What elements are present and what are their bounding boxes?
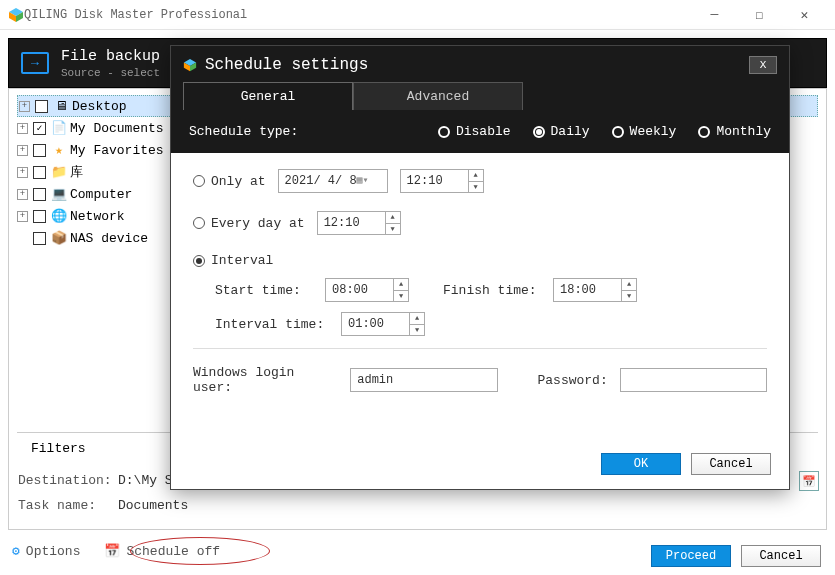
checkbox[interactable]: [33, 232, 46, 245]
cancel-button[interactable]: Cancel: [741, 545, 821, 567]
radio-monthly[interactable]: Monthly: [698, 124, 771, 139]
radio-weekly[interactable]: Weekly: [612, 124, 677, 139]
expand-icon[interactable]: +: [17, 189, 28, 200]
nas-icon: 📦: [51, 230, 67, 246]
radio-every-day[interactable]: Every day at: [193, 216, 305, 231]
close-button[interactable]: ✕: [782, 1, 827, 29]
tree-label: My Favorites: [70, 143, 164, 158]
expand-icon[interactable]: +: [17, 123, 28, 134]
gear-icon: ⚙: [12, 543, 20, 559]
checkbox[interactable]: [35, 100, 48, 113]
network-icon: 🌐: [51, 208, 67, 224]
spinner[interactable]: ▲▼: [385, 212, 400, 234]
modal-logo-icon: [183, 58, 197, 72]
page-title: File backup: [61, 48, 160, 65]
schedule-type-label: Schedule type:: [189, 124, 298, 139]
start-time-input[interactable]: 08:00 ▲▼: [325, 278, 409, 302]
expand-icon[interactable]: +: [17, 211, 28, 222]
tree-label: My Documents: [70, 121, 164, 136]
tab-general[interactable]: General: [183, 82, 353, 110]
checkbox[interactable]: [33, 144, 46, 157]
tree-label: NAS device: [70, 231, 148, 246]
finish-time-input[interactable]: 18:00 ▲▼: [553, 278, 637, 302]
modal-cancel-button[interactable]: Cancel: [691, 453, 771, 475]
proceed-button[interactable]: Proceed: [651, 545, 731, 567]
options-button[interactable]: ⚙ Options: [12, 543, 80, 559]
desktop-icon: 🖥: [53, 98, 69, 114]
app-logo-icon: [8, 7, 24, 23]
spinner[interactable]: ▲▼: [409, 313, 424, 335]
every-day-time-input[interactable]: 12:10 ▲▼: [317, 211, 401, 235]
finish-time-label: Finish time:: [443, 283, 543, 298]
expand-icon[interactable]: +: [17, 145, 28, 156]
titlebar: QILING Disk Master Professional — ☐ ✕: [0, 0, 835, 30]
tab-advanced[interactable]: Advanced: [353, 82, 523, 110]
star-icon: ★: [51, 142, 67, 158]
only-at-date-input[interactable]: 2021/ 4/ 8 ▦▾: [278, 169, 388, 193]
maximize-button[interactable]: ☐: [737, 1, 782, 29]
schedule-toggle[interactable]: 📅 Schedule off: [104, 543, 220, 559]
spinner[interactable]: ▲▼: [468, 170, 483, 192]
modal-ok-button[interactable]: OK: [601, 453, 681, 475]
interval-time-input[interactable]: 01:00 ▲▼: [341, 312, 425, 336]
only-at-time-input[interactable]: 12:10 ▲▼: [400, 169, 484, 193]
radio-daily[interactable]: Daily: [533, 124, 590, 139]
password-label: Password:: [538, 373, 608, 388]
radio-only-at[interactable]: Only at: [193, 174, 266, 189]
minimize-button[interactable]: —: [692, 1, 737, 29]
expand-icon[interactable]: +: [19, 101, 30, 112]
checkbox[interactable]: [33, 210, 46, 223]
tree-label: Computer: [70, 187, 132, 202]
tree-label: 库: [70, 163, 83, 181]
modal-title: Schedule settings: [205, 56, 749, 74]
computer-icon: 💻: [51, 186, 67, 202]
destination-label: Destination:: [18, 473, 118, 488]
checkbox[interactable]: [33, 122, 46, 135]
modal-close-button[interactable]: X: [749, 56, 777, 74]
page-subtitle: Source - select: [61, 67, 160, 79]
radio-disable[interactable]: Disable: [438, 124, 511, 139]
expand-icon[interactable]: +: [17, 167, 28, 178]
schedule-settings-dialog: Schedule settings X General Advanced Sch…: [170, 45, 790, 490]
calendar-icon[interactable]: 📅: [799, 471, 819, 491]
password-input[interactable]: [620, 368, 767, 392]
tree-label: Desktop: [72, 99, 127, 114]
spinner[interactable]: ▲▼: [393, 279, 408, 301]
spinner[interactable]: ▲▼: [621, 279, 636, 301]
interval-time-label: Interval time:: [215, 317, 331, 332]
datepicker-icon[interactable]: ▦▾: [357, 174, 369, 186]
documents-icon: 📄: [51, 120, 67, 136]
checkbox[interactable]: [33, 188, 46, 201]
checkbox[interactable]: [33, 166, 46, 179]
file-backup-icon: →: [21, 52, 49, 74]
start-time-label: Start time:: [215, 283, 315, 298]
login-user-label: Windows login user:: [193, 365, 338, 395]
radio-interval[interactable]: Interval: [193, 253, 273, 268]
app-title: QILING Disk Master Professional: [24, 8, 692, 22]
tree-label: Network: [70, 209, 125, 224]
schedule-type-row: Schedule type: Disable Daily Weekly Mont…: [171, 110, 789, 153]
library-icon: 📁: [51, 164, 67, 180]
taskname-value[interactable]: Documents: [118, 498, 188, 513]
taskname-label: Task name:: [18, 498, 118, 513]
calendar-small-icon: 📅: [104, 543, 120, 559]
login-user-input[interactable]: admin: [350, 368, 497, 392]
